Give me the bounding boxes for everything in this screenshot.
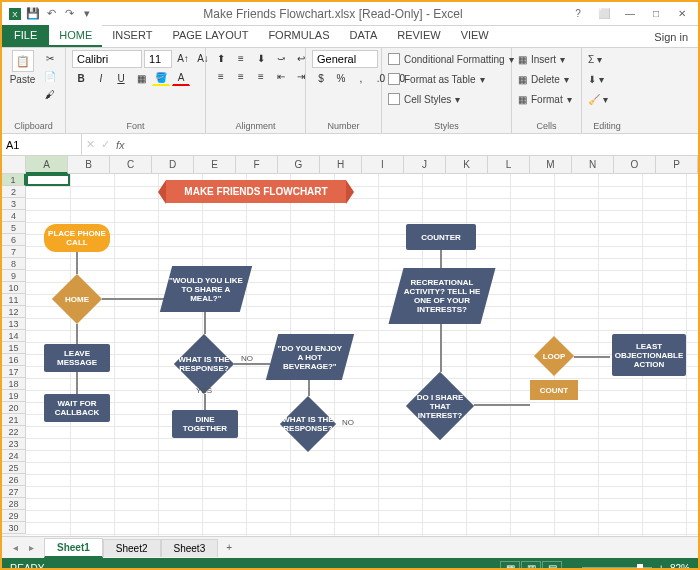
close-icon[interactable]: ✕ [670, 5, 694, 23]
col-header[interactable]: E [194, 156, 236, 174]
row-header[interactable]: 5 [2, 222, 26, 234]
col-header[interactable]: D [152, 156, 194, 174]
row-header[interactable]: 19 [2, 390, 26, 402]
row-header[interactable]: 15 [2, 342, 26, 354]
fc-resp1[interactable]: WHAT IS THE RESPONSE? [174, 334, 234, 394]
percent-icon[interactable]: % [332, 70, 350, 86]
format-as-table-button[interactable]: Format as Table ▾ [388, 70, 485, 88]
redo-icon[interactable]: ↷ [62, 7, 76, 21]
fc-resp2[interactable]: WHAT IS THE RESPONSE? [280, 396, 336, 452]
zoom-level[interactable]: 82% [670, 563, 690, 571]
row-header[interactable]: 7 [2, 246, 26, 258]
row-header[interactable]: 14 [2, 330, 26, 342]
row-header[interactable]: 2 [2, 186, 26, 198]
conditional-formatting-button[interactable]: Conditional Formatting ▾ [388, 50, 514, 68]
align-middle-icon[interactable]: ≡ [232, 50, 250, 66]
font-color-icon[interactable]: A [172, 70, 190, 86]
decrease-indent-icon[interactable]: ⇤ [272, 68, 290, 84]
format-painter-icon[interactable]: 🖌 [41, 86, 59, 102]
col-header[interactable]: F [236, 156, 278, 174]
row-header[interactable]: 13 [2, 318, 26, 330]
fc-loop[interactable]: LOOP [534, 336, 574, 376]
sheet-tab-3[interactable]: Sheet3 [161, 539, 219, 557]
enter-formula-icon[interactable]: ✓ [101, 138, 110, 151]
tab-home[interactable]: HOME [49, 25, 102, 47]
underline-icon[interactable]: U [112, 70, 130, 86]
cut-icon[interactable]: ✂ [41, 50, 59, 66]
tab-data[interactable]: DATA [340, 25, 388, 47]
view-break-icon[interactable]: ▤ [542, 561, 562, 570]
fc-counter[interactable]: COUNTER [406, 224, 476, 250]
row-header[interactable]: 17 [2, 366, 26, 378]
row-header[interactable]: 28 [2, 498, 26, 510]
col-header[interactable]: J [404, 156, 446, 174]
fc-start[interactable]: PLACE PHONE CALL [44, 224, 110, 252]
sheet-add-button[interactable]: + [218, 539, 240, 556]
tab-view[interactable]: VIEW [451, 25, 499, 47]
fc-dine[interactable]: DINE TOGETHER [172, 410, 238, 438]
increase-font-icon[interactable]: A↑ [174, 50, 192, 66]
tab-review[interactable]: REVIEW [387, 25, 450, 47]
orientation-icon[interactable]: ⤻ [272, 50, 290, 66]
col-header[interactable]: C [110, 156, 152, 174]
fill-color-icon[interactable]: 🪣 [152, 70, 170, 86]
row-header[interactable]: 9 [2, 270, 26, 282]
number-format-select[interactable]: General [312, 50, 378, 68]
fill-button[interactable]: ⬇ ▾ [588, 70, 604, 88]
sheet-nav-last-icon[interactable]: ▸ [24, 542, 38, 553]
zoom-out-icon[interactable]: − [570, 563, 576, 571]
align-left-icon[interactable]: ≡ [212, 68, 230, 84]
cell-styles-button[interactable]: Cell Styles ▾ [388, 90, 460, 108]
col-header[interactable]: B [68, 156, 110, 174]
copy-icon[interactable]: 📄 [41, 68, 59, 84]
clear-button[interactable]: 🧹 ▾ [588, 90, 608, 108]
currency-icon[interactable]: $ [312, 70, 330, 86]
row-header[interactable]: 25 [2, 462, 26, 474]
sheet-nav-first-icon[interactable]: ◂ [8, 542, 22, 553]
sheet-tab-2[interactable]: Sheet2 [103, 539, 161, 557]
font-size-select[interactable]: 11 [144, 50, 172, 68]
col-header[interactable]: I [362, 156, 404, 174]
row-header[interactable]: 20 [2, 402, 26, 414]
tab-insert[interactable]: INSERT [102, 25, 162, 47]
tab-file[interactable]: FILE [2, 25, 49, 47]
tab-page-layout[interactable]: PAGE LAYOUT [162, 25, 258, 47]
col-header[interactable]: A [26, 156, 68, 174]
row-header[interactable]: 8 [2, 258, 26, 270]
view-layout-icon[interactable]: ▥ [521, 561, 541, 570]
select-all-corner[interactable] [2, 156, 26, 174]
row-header[interactable]: 29 [2, 510, 26, 522]
row-header[interactable]: 6 [2, 234, 26, 246]
align-top-icon[interactable]: ⬆ [212, 50, 230, 66]
save-icon[interactable]: 💾 [26, 7, 40, 21]
delete-cells-button[interactable]: ▦ Delete ▾ [518, 70, 569, 88]
row-header[interactable]: 10 [2, 282, 26, 294]
cancel-formula-icon[interactable]: ✕ [86, 138, 95, 151]
row-header[interactable]: 18 [2, 378, 26, 390]
row-header[interactable]: 27 [2, 486, 26, 498]
row-header[interactable]: 4 [2, 210, 26, 222]
row-header[interactable]: 12 [2, 306, 26, 318]
border-icon[interactable]: ▦ [132, 70, 150, 86]
minimize-icon[interactable]: — [618, 5, 642, 23]
fc-meal[interactable]: "WOULD YOU LIKE TO SHARE A MEAL?" [160, 266, 252, 312]
fx-icon[interactable]: fx [116, 139, 125, 151]
help-icon[interactable]: ? [566, 5, 590, 23]
col-header[interactable]: M [530, 156, 572, 174]
name-box[interactable]: A1 [2, 134, 82, 155]
row-header[interactable]: 23 [2, 438, 26, 450]
col-header[interactable]: L [488, 156, 530, 174]
col-header[interactable]: G [278, 156, 320, 174]
sheet-tab-1[interactable]: Sheet1 [44, 538, 103, 558]
undo-icon[interactable]: ↶ [44, 7, 58, 21]
row-header[interactable]: 30 [2, 522, 26, 534]
fc-beverage[interactable]: "DO YOU ENJOY A HOT BEVERAGE?" [266, 334, 354, 380]
qat-dropdown-icon[interactable]: ▾ [80, 7, 94, 21]
align-right-icon[interactable]: ≡ [252, 68, 270, 84]
row-header[interactable]: 16 [2, 354, 26, 366]
row-header[interactable]: 22 [2, 426, 26, 438]
col-header[interactable]: N [572, 156, 614, 174]
format-cells-button[interactable]: ▦ Format ▾ [518, 90, 572, 108]
row-header[interactable]: 3 [2, 198, 26, 210]
row-header[interactable]: 26 [2, 474, 26, 486]
